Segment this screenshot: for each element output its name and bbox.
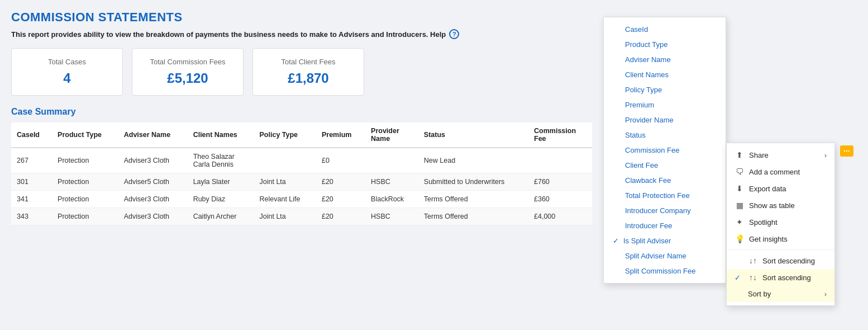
table-cell: BlackRock <box>365 191 418 208</box>
table-cell: £20 <box>316 191 365 208</box>
table-cell: Adviser5 Cloth <box>118 173 188 191</box>
col-header-provider-name: ProviderName <box>365 122 418 148</box>
table-cell: New Lead <box>418 148 528 173</box>
column-menu-item[interactable]: Client Names <box>604 67 726 82</box>
table-cell: £20 <box>316 173 365 191</box>
table-cell: Caitlyn Archer <box>188 208 254 225</box>
column-menu-item[interactable]: Provider Name <box>604 112 726 128</box>
context-menu-item-sort-descending[interactable]: ↓↑Sort descending <box>727 252 834 269</box>
column-menu-item-label: Introducer Company <box>625 206 691 215</box>
context-menu-item-label: Get insights <box>749 235 788 243</box>
context-menu: ⬆Share›🗨Add a comment⬇Export data▦Show a… <box>726 143 835 306</box>
context-menu-item-label: Sort descending <box>762 257 815 265</box>
table-cell: Joint Lta <box>254 173 316 191</box>
context-menu-item-label: Add a comment <box>749 168 800 176</box>
table-cell: 341 <box>11 191 52 208</box>
context-menu-item-sort-by[interactable]: Sort by› <box>727 286 834 302</box>
table-cell: Terms Offered <box>418 191 528 208</box>
context-menu-item-show-as-table[interactable]: ▦Show as table <box>727 197 834 214</box>
column-menu-item[interactable]: Premium <box>604 97 726 112</box>
column-picker-menu: CaseIdProduct TypeAdviser NameClient Nam… <box>603 17 726 284</box>
table-cell: Terms Offered <box>418 208 528 225</box>
table-cell: Adviser3 Cloth <box>118 208 188 225</box>
context-menu-item-add-a-comment[interactable]: 🗨Add a comment <box>727 163 834 180</box>
table-row[interactable]: 341ProtectionAdviser3 ClothRuby DiazRele… <box>11 191 592 208</box>
sort-asc-icon: ↑↓ <box>748 273 758 282</box>
context-menu-item-spotlight[interactable]: ✦Spotlight <box>727 214 834 230</box>
stats-row: Total Cases 4 Total Commission Fees £5,1… <box>11 48 592 96</box>
column-menu-item-label: Introducer Fee <box>625 221 673 230</box>
table-cell: Layla Slater <box>188 173 254 191</box>
table-cell: Joint Lta <box>254 208 316 225</box>
table-cell: Submitted to Underwriters <box>418 173 528 191</box>
export-icon: ⬇ <box>735 184 745 193</box>
column-menu-item[interactable]: Introducer Fee <box>604 218 726 233</box>
column-menu-item[interactable]: Commission Fee <box>604 143 726 158</box>
col-header-premium: Premium <box>316 122 365 148</box>
table-cell: Relevant Life <box>254 191 316 208</box>
col-header-product-type: Product Type <box>52 122 118 148</box>
column-menu-item[interactable]: ✓Is Split Adviser <box>604 233 726 248</box>
col-header-caseid: CaseId <box>11 122 52 148</box>
column-menu-item-label: Adviser Name <box>625 55 671 64</box>
column-menu-item-label: Policy Type <box>625 86 662 94</box>
table-cell: 301 <box>11 173 52 191</box>
column-menu-item-label: Commission Fee <box>625 146 680 154</box>
table-cell: Protection <box>52 173 118 191</box>
help-icon[interactable]: ? <box>449 29 459 39</box>
column-menu-item-label: Is Split Adviser <box>623 237 671 245</box>
column-menu-item[interactable]: Policy Type <box>604 82 726 97</box>
column-menu-item-label: Product Type <box>625 40 667 49</box>
column-menu-item-label: Clawback Fee <box>625 176 671 185</box>
column-menu-item[interactable]: CaseId <box>604 22 726 37</box>
table-cell: HSBC <box>365 173 418 191</box>
column-menu-item-label: Provider Name <box>625 116 674 124</box>
stat-card-total-cases: Total Cases 4 <box>11 48 123 96</box>
context-menu-item-share[interactable]: ⬆Share› <box>727 147 834 163</box>
column-menu-item[interactable]: Split Adviser Name <box>604 248 726 263</box>
column-menu-item[interactable]: Status <box>604 128 726 143</box>
table-row[interactable]: 267ProtectionAdviser3 ClothTheo SalazarC… <box>11 148 592 173</box>
more-options-button[interactable]: ··· <box>840 145 853 157</box>
table-cell: £760 <box>528 173 592 191</box>
context-menu-item-get-insights[interactable]: 💡Get insights <box>727 230 834 247</box>
col-header-commission-fee: CommissionFee <box>528 122 592 148</box>
sort-desc-icon: ↓↑ <box>748 256 758 265</box>
context-menu-item-label: Show as table <box>749 201 795 210</box>
context-menu-item-label: Export data <box>749 185 786 193</box>
stat-label-commission: Total Commission Fees <box>149 58 226 66</box>
subtitle: This report provides ability to view the… <box>11 29 592 39</box>
table-cell <box>528 148 592 173</box>
table-row[interactable]: 301ProtectionAdviser5 ClothLayla SlaterJ… <box>11 173 592 191</box>
stat-label-client-fees: Total Client Fees <box>270 58 347 66</box>
comment-icon: 🗨 <box>735 167 745 176</box>
column-menu-item[interactable]: Client Fee <box>604 158 726 173</box>
column-menu-item[interactable]: Split Commission Fee <box>604 263 726 279</box>
table-cell: Protection <box>52 148 118 173</box>
context-menu-item-export-data[interactable]: ⬇Export data <box>727 180 834 197</box>
stat-value-client-fees: £1,870 <box>270 70 347 86</box>
table-cell: 343 <box>11 208 52 225</box>
table-icon: ▦ <box>735 201 745 210</box>
column-menu-item[interactable]: Total Protection Fee <box>604 188 726 203</box>
column-menu-item-label: Premium <box>625 101 654 109</box>
column-menu-item-label: CaseId <box>625 25 648 34</box>
column-menu-item[interactable]: Introducer Company <box>604 203 726 218</box>
col-header-policy-type: Policy Type <box>254 122 316 148</box>
table-cell: Theo SalazarCarla Dennis <box>188 148 254 173</box>
context-menu-item-sort-ascending[interactable]: ✓↑↓Sort ascending <box>727 269 834 286</box>
page-title: COMMISSION STATEMENTS <box>11 10 592 25</box>
stat-card-commission: Total Commission Fees £5,120 <box>132 48 244 96</box>
stat-label-cases: Total Cases <box>28 58 106 66</box>
table-row[interactable]: 343ProtectionAdviser3 ClothCaitlyn Arche… <box>11 208 592 225</box>
table-cell <box>365 148 418 173</box>
column-menu-item[interactable]: Adviser Name <box>604 52 726 67</box>
case-summary-table: CaseId Product Type Adviser Name Client … <box>11 122 592 225</box>
column-menu-item-label: Total Protection Fee <box>625 191 690 200</box>
column-menu-item[interactable]: Clawback Fee <box>604 173 726 188</box>
table-cell: HSBC <box>365 208 418 225</box>
context-menu-item-label: Sort ascending <box>762 274 811 282</box>
checkmark-icon: ✓ <box>735 274 743 282</box>
context-menu-item-label: Spotlight <box>749 218 778 227</box>
column-menu-item[interactable]: Product Type <box>604 37 726 52</box>
